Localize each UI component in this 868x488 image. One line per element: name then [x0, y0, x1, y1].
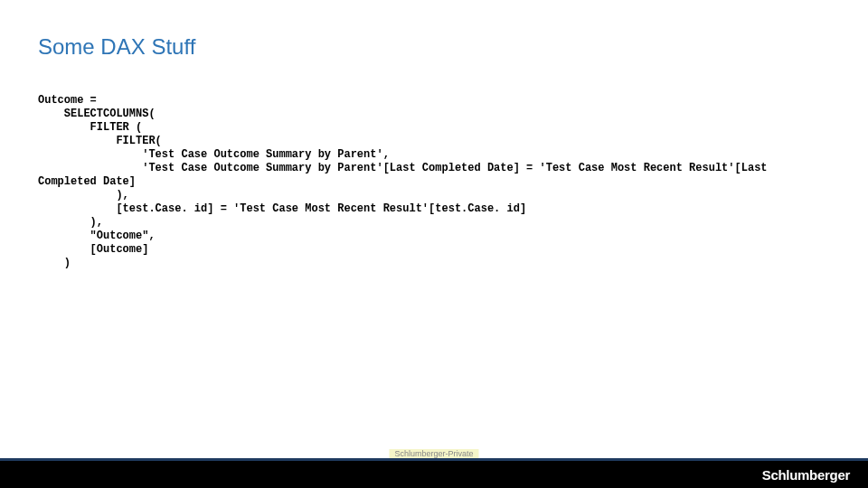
- code-line: ): [38, 257, 71, 269]
- code-line: Completed Date]: [38, 175, 136, 188]
- code-line: SELECTCOLUMNS(: [38, 108, 156, 120]
- code-line: FILTER(: [38, 135, 162, 147]
- code-line: 'Test Case Outcome Summary by Parent'[La…: [38, 162, 768, 174]
- company-logo: Schlumberger: [762, 467, 850, 483]
- code-line: [test.Case. id] = 'Test Case Most Recent…: [38, 202, 526, 215]
- code-line: ),: [38, 189, 129, 202]
- slide-title: Some DAX Stuff: [0, 0, 868, 60]
- code-line: "Outcome",: [38, 230, 156, 242]
- footer-bar: Schlumberger: [0, 461, 868, 488]
- code-line: Outcome =: [38, 94, 97, 107]
- code-line: ),: [38, 216, 103, 229]
- code-line: [Outcome]: [38, 243, 148, 256]
- code-line: 'Test Case Outcome Summary by Parent',: [38, 148, 390, 161]
- code-line: FILTER (: [38, 121, 142, 134]
- classification-label: Schlumberger-Private: [389, 449, 478, 458]
- dax-code-block: Outcome = SELECTCOLUMNS( FILTER ( FILTER…: [0, 60, 868, 270]
